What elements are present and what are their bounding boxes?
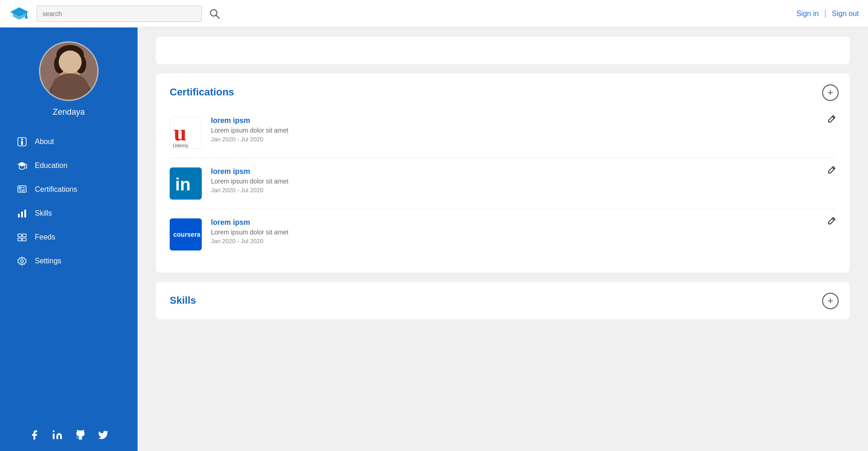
cert-logo-udemy: u Udemy: [170, 117, 202, 149]
skills-add-button[interactable]: +: [822, 293, 839, 309]
cert-desc-coursera: Lorem ipsum dolor sit amet: [211, 228, 836, 236]
settings-icon: [17, 256, 28, 267]
cert-name-linkedin: lorem ipsm: [211, 167, 836, 176]
svg-rect-32: [22, 234, 26, 237]
linkedin-icon[interactable]: [50, 428, 64, 442]
cert-name-udemy: lorem ipsm: [211, 117, 836, 125]
svg-point-11: [56, 45, 84, 65]
skills-icon: [17, 208, 28, 219]
sidebar: Zendaya About: [0, 28, 138, 451]
cert-item-coursera: coursera lorem ipsm Lorem ipsum dolor si…: [170, 209, 836, 260]
facebook-icon[interactable]: [28, 428, 41, 442]
sidebar-item-settings[interactable]: Settings: [9, 250, 128, 272]
sidebar-item-feeds[interactable]: Feeds: [9, 226, 128, 248]
cert-date-linkedin: Jan 2020 - Jul 2020: [211, 187, 836, 194]
svg-point-15: [73, 62, 77, 66]
info-icon: [17, 136, 28, 147]
stub-card: [156, 37, 850, 64]
content-area: Certifications + u Udemy lorem ipsm Lore…: [138, 28, 868, 451]
education-icon: [17, 160, 28, 171]
svg-marker-20: [17, 162, 27, 167]
sidebar-social: [28, 414, 110, 451]
cert-desc-linkedin: Lorem ipsum dolor sit amet: [211, 178, 836, 185]
sidebar-item-label-education: Education: [35, 161, 67, 170]
cert-item-linkedin: in lorem ipsm Lorem ipsum dolor sit amet…: [170, 158, 836, 209]
svg-text:coursera: coursera: [173, 231, 200, 238]
search-wrap: [37, 6, 220, 22]
svg-line-6: [216, 15, 219, 18]
github-icon[interactable]: [73, 428, 87, 442]
auth-divider: |: [824, 9, 827, 18]
certifications-icon: [17, 184, 28, 195]
main-layout: Zendaya About: [0, 28, 868, 451]
svg-point-8: [50, 78, 91, 101]
cert-item-udemy: u Udemy lorem ipsm Lorem ipsum dolor sit…: [170, 107, 836, 158]
svg-rect-31: [18, 234, 22, 237]
search-icon[interactable]: [209, 8, 220, 19]
svg-rect-29: [21, 212, 23, 217]
sidebar-item-certifications[interactable]: Certifications: [9, 178, 128, 200]
auth-area: Sign in | Sign out: [796, 9, 859, 18]
cert-info-coursera: lorem ipsm Lorem ipsum dolor sit amet Ja…: [211, 218, 836, 245]
svg-rect-17: [21, 141, 23, 145]
skills-title: Skills: [170, 295, 836, 306]
svg-rect-24: [19, 187, 21, 189]
sidebar-item-label-feeds: Feeds: [35, 233, 55, 241]
signin-link[interactable]: Sign in: [796, 10, 819, 18]
sidebar-item-education[interactable]: Education: [9, 155, 128, 177]
sidebar-item-label-skills: Skills: [35, 209, 52, 217]
svg-rect-30: [24, 210, 26, 217]
svg-rect-28: [18, 214, 20, 217]
svg-point-22: [26, 167, 28, 169]
feeds-icon: [17, 232, 28, 243]
svg-rect-9: [66, 70, 75, 79]
svg-point-12: [54, 55, 65, 73]
avatar-image: [40, 41, 97, 101]
avatar: [39, 41, 99, 101]
topnav: Sign in | Sign out: [0, 0, 868, 28]
svg-point-13: [75, 55, 86, 73]
certifications-title: Certifications: [170, 86, 836, 98]
svg-rect-33: [18, 238, 22, 241]
svg-text:Udemy: Udemy: [173, 143, 188, 148]
cert-edit-button-coursera[interactable]: [827, 217, 836, 226]
sidebar-item-label-certifications: Certifications: [35, 185, 77, 194]
svg-text:in: in: [175, 175, 191, 194]
sidebar-item-about[interactable]: About: [9, 131, 128, 153]
cert-logo-coursera: coursera: [170, 218, 202, 251]
cert-edit-button-linkedin[interactable]: [827, 166, 836, 175]
cert-date-coursera: Jan 2020 - Jul 2020: [211, 238, 836, 245]
svg-point-18: [21, 139, 23, 140]
cert-name-coursera: lorem ipsm: [211, 218, 836, 227]
certifications-card: Certifications + u Udemy lorem ipsm Lore…: [156, 73, 850, 273]
svg-rect-36: [53, 434, 55, 439]
svg-point-10: [57, 50, 83, 80]
cert-date-udemy: Jan 2020 - Jul 2020: [211, 136, 836, 143]
search-input[interactable]: [37, 6, 202, 22]
sidebar-item-label-about: About: [35, 138, 54, 146]
cert-desc-udemy: Lorem ipsum dolor sit amet: [211, 127, 836, 134]
cert-edit-button-udemy[interactable]: [827, 115, 836, 124]
svg-point-35: [21, 260, 23, 262]
svg-text:u: u: [174, 120, 187, 145]
cert-info-linkedin: lorem ipsm Lorem ipsum dolor sit amet Ja…: [211, 167, 836, 194]
sidebar-username: Zendaya: [53, 107, 85, 117]
sidebar-item-label-settings: Settings: [35, 257, 61, 265]
cert-info-udemy: lorem ipsm Lorem ipsum dolor sit amet Ja…: [211, 117, 836, 143]
sidebar-item-skills[interactable]: Skills: [9, 202, 128, 224]
twitter-icon[interactable]: [96, 428, 110, 442]
app-logo[interactable]: [9, 4, 29, 24]
svg-point-37: [53, 430, 55, 432]
svg-point-4: [25, 16, 28, 19]
signout-link[interactable]: Sign out: [832, 10, 859, 18]
certifications-add-button[interactable]: +: [822, 84, 839, 101]
skills-card: Skills +: [156, 282, 850, 319]
sidebar-nav: About Education: [0, 131, 138, 274]
svg-point-14: [64, 62, 67, 66]
cert-logo-linkedin: in: [170, 167, 202, 200]
svg-rect-34: [22, 238, 26, 241]
